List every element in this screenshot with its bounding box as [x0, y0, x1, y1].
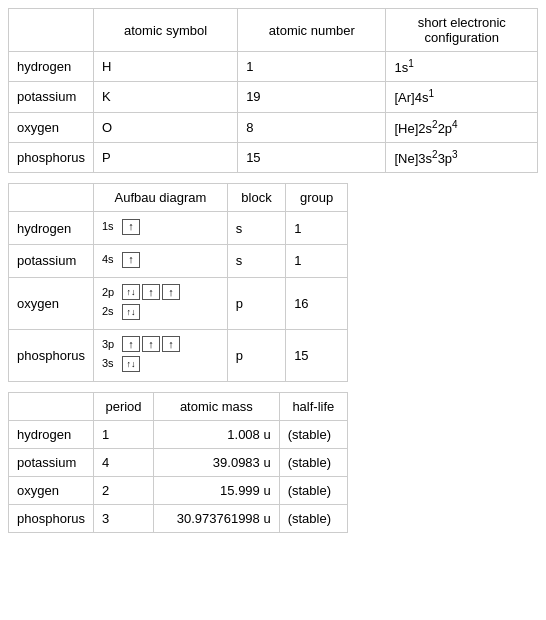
atomic-number: 15: [238, 142, 386, 172]
atomic-symbol: O: [93, 112, 237, 142]
element-name: hydrogen: [9, 52, 94, 82]
atomic-mass: 30.973761998 u: [154, 504, 280, 532]
element-name: hydrogen: [9, 212, 94, 245]
atomic-number: 19: [238, 82, 386, 112]
orbital-box: ↑: [142, 336, 160, 352]
half-life: (stable): [279, 504, 347, 532]
config: [Ne]3s23p3: [386, 142, 538, 172]
orbital-box: ↑: [142, 284, 160, 300]
orbital-box: ↑: [162, 336, 180, 352]
half-life: (stable): [279, 476, 347, 504]
config: [He]2s22p4: [386, 112, 538, 142]
table-properties: period atomic mass half-life hydrogen 1 …: [8, 392, 348, 533]
config: [Ar]4s1: [386, 82, 538, 112]
atomic-symbol: K: [93, 82, 237, 112]
element-name: phosphorus: [9, 504, 94, 532]
atomic-mass: 15.999 u: [154, 476, 280, 504]
element-name: phosphorus: [9, 142, 94, 172]
table-row: hydrogen 1s ↑ s 1: [9, 212, 348, 245]
atomic-number: 1: [238, 52, 386, 82]
table-row: oxygen 2 15.999 u (stable): [9, 476, 348, 504]
element-name: oxygen: [9, 277, 94, 329]
atomic-symbol: H: [93, 52, 237, 82]
group: 15: [286, 329, 348, 381]
element-name: oxygen: [9, 476, 94, 504]
table-row: hydrogen 1 1.008 u (stable): [9, 420, 348, 448]
table-row: potassium K 19 [Ar]4s1: [9, 82, 538, 112]
aufbau-diagram: 4s ↑: [93, 244, 227, 277]
atomic-mass: 1.008 u: [154, 420, 280, 448]
period: 4: [93, 448, 153, 476]
atomic-number: 8: [238, 112, 386, 142]
table-row: potassium 4 39.0983 u (stable): [9, 448, 348, 476]
aufbau-diagram: 3p ↑ ↑ ↑ 3s ↑↓: [93, 329, 227, 381]
block: s: [227, 244, 285, 277]
config: 1s1: [386, 52, 538, 82]
col-header-group: group: [286, 184, 348, 212]
element-name: phosphorus: [9, 329, 94, 381]
col-header-empty3: [9, 392, 94, 420]
table-row: oxygen O 8 [He]2s22p4: [9, 112, 538, 142]
orbital-box: ↑↓: [122, 304, 140, 320]
period: 2: [93, 476, 153, 504]
element-name: potassium: [9, 82, 94, 112]
table-row: oxygen 2p ↑↓ ↑ ↑ 2s ↑↓ p 16: [9, 277, 348, 329]
orbital-box: ↑↓: [122, 284, 140, 300]
orbital-box: ↑: [162, 284, 180, 300]
table-aufbau: Aufbau diagram block group hydrogen 1s ↑…: [8, 183, 348, 382]
col-header-atomic-symbol: atomic symbol: [93, 9, 237, 52]
col-header-period: period: [93, 392, 153, 420]
orbital-box: ↑↓: [122, 356, 140, 372]
block: p: [227, 329, 285, 381]
col-header-empty2: [9, 184, 94, 212]
block: p: [227, 277, 285, 329]
half-life: (stable): [279, 448, 347, 476]
element-name: oxygen: [9, 112, 94, 142]
element-name: potassium: [9, 448, 94, 476]
group: 1: [286, 212, 348, 245]
group: 16: [286, 277, 348, 329]
atomic-symbol: P: [93, 142, 237, 172]
group: 1: [286, 244, 348, 277]
period: 3: [93, 504, 153, 532]
table-row: potassium 4s ↑ s 1: [9, 244, 348, 277]
atomic-mass: 39.0983 u: [154, 448, 280, 476]
aufbau-diagram: 2p ↑↓ ↑ ↑ 2s ↑↓: [93, 277, 227, 329]
table-electronic-config: atomic symbol atomic number short electr…: [8, 8, 538, 173]
col-header-atomic-number: atomic number: [238, 9, 386, 52]
table-row: phosphorus 3 30.973761998 u (stable): [9, 504, 348, 532]
col-header-halflife: half-life: [279, 392, 347, 420]
table-row: phosphorus 3p ↑ ↑ ↑ 3s ↑↓ p 15: [9, 329, 348, 381]
orbital-box: ↑: [122, 252, 140, 268]
table-row: phosphorus P 15 [Ne]3s23p3: [9, 142, 538, 172]
aufbau-diagram: 1s ↑: [93, 212, 227, 245]
table-row: hydrogen H 1 1s1: [9, 52, 538, 82]
element-name: potassium: [9, 244, 94, 277]
period: 1: [93, 420, 153, 448]
col-header-aufbau: Aufbau diagram: [93, 184, 227, 212]
col-header-empty1: [9, 9, 94, 52]
half-life: (stable): [279, 420, 347, 448]
col-header-block: block: [227, 184, 285, 212]
col-header-atomic-mass: atomic mass: [154, 392, 280, 420]
element-name: hydrogen: [9, 420, 94, 448]
orbital-box: ↑: [122, 336, 140, 352]
block: s: [227, 212, 285, 245]
col-header-short-config: short electronicconfiguration: [386, 9, 538, 52]
orbital-box: ↑: [122, 219, 140, 235]
